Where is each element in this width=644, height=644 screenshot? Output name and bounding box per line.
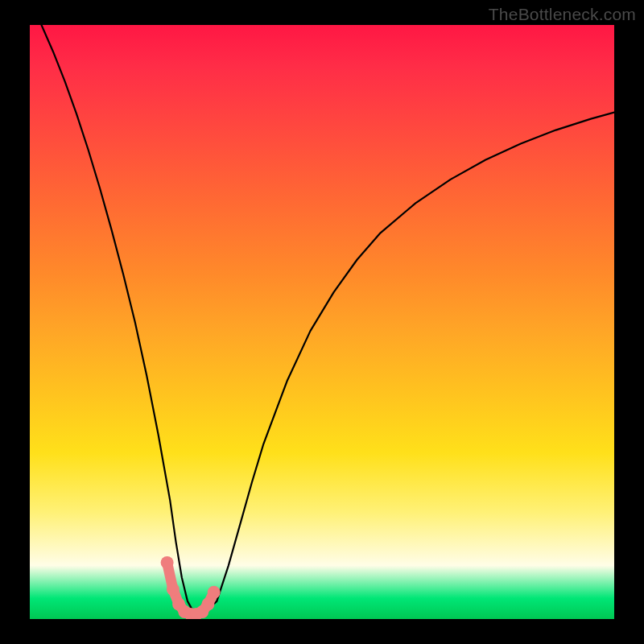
curve-svg: [30, 25, 614, 619]
watermark-text: TheBottleneck.com: [489, 5, 636, 24]
marker-cluster: [161, 556, 221, 619]
marker-dot: [208, 586, 221, 599]
plot-area: [30, 25, 614, 619]
marker-dot: [201, 598, 214, 611]
chart-frame: TheBottleneck.com: [0, 0, 644, 644]
bottleneck-curve: [42, 25, 615, 613]
marker-dot: [167, 583, 180, 596]
marker-dot: [161, 556, 174, 569]
